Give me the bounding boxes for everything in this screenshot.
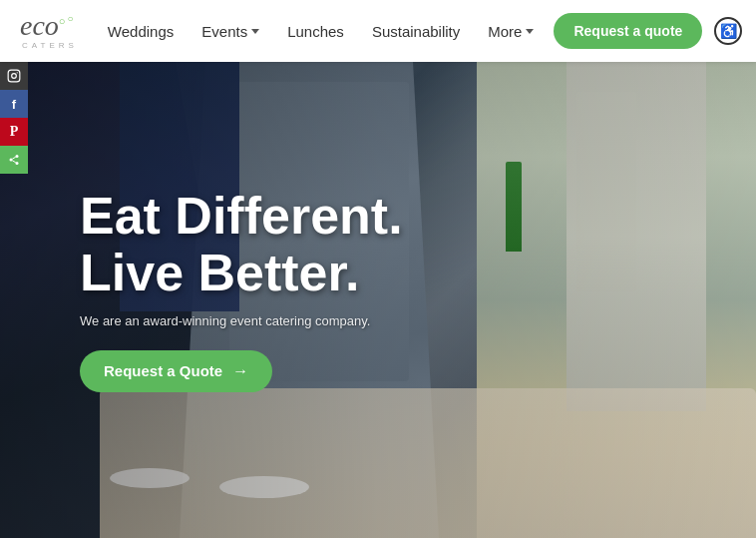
svg-line-7 [12,157,15,159]
instagram-button[interactable] [0,62,28,90]
logo-ring: ○ [59,15,66,27]
arrow-icon: → [232,362,248,380]
facebook-icon: f [12,97,16,112]
hero-headline: Eat Different. Live Better. [80,188,403,301]
hero-content: Eat Different. Live Better. We are an aw… [80,188,403,392]
hero-section: Eat Different. Live Better. We are an aw… [0,62,756,538]
chevron-down-icon [251,29,259,34]
svg-point-3 [16,155,19,158]
nav-weddings[interactable]: Weddings [108,23,174,40]
social-sidebar: f P [0,62,28,174]
main-nav: Weddings Events Lunches Sustainability M… [108,23,535,40]
facebook-button[interactable]: f [0,90,28,118]
request-quote-button[interactable]: Request a quote [554,13,702,49]
pinterest-button[interactable]: P [0,118,28,146]
hero-background: Eat Different. Live Better. We are an aw… [0,62,756,538]
nav-lunches[interactable]: Lunches [287,23,344,40]
logo[interactable]: eco○ CATERS [20,12,78,50]
share-button[interactable] [0,146,28,174]
logo-eco-text: eco [20,10,59,41]
svg-rect-0 [8,70,20,82]
header: eco○ CATERS Weddings Events Lunches Sust… [0,0,756,62]
svg-point-4 [10,159,13,162]
nav-more[interactable]: More [488,23,534,40]
svg-line-6 [12,161,15,163]
svg-point-5 [16,162,19,165]
hero-headline-line1: Eat Different. [80,187,403,245]
logo-caters-text: CATERS [22,41,78,50]
hero-cta-button[interactable]: Request a Quote → [80,350,272,392]
accessibility-button[interactable]: ♿ [714,17,742,45]
hero-cta-label: Request a Quote [104,362,222,379]
hero-headline-line2: Live Better. [80,244,359,301]
nav-events[interactable]: Events [201,23,259,40]
logo-brand: eco○ [20,12,66,40]
pinterest-icon: P [10,124,19,140]
svg-point-1 [12,74,17,79]
nav-sustainability[interactable]: Sustainability [372,23,460,40]
instagram-icon [7,69,21,83]
hero-subheading: We are an award-winning event catering c… [80,313,403,328]
share-icon [8,154,20,166]
chevron-down-icon [526,29,534,34]
svg-point-2 [17,72,18,73]
